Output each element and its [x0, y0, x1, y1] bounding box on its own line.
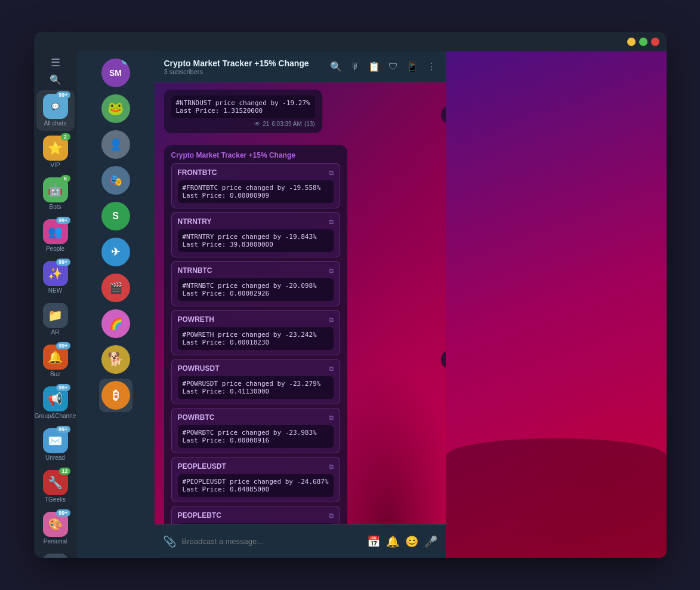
sidebar-item-personal[interactable]: 🎨 99+ Personal [36, 508, 75, 549]
ticker-ntrntry: NTRNTRY ⧉ #NTRNTRY price changed by -19.… [171, 212, 340, 257]
chat-list-item-doge[interactable]: 🐕 [99, 343, 132, 376]
minimize-button[interactable] [627, 38, 636, 46]
mic-icon[interactable]: 🎤 [424, 535, 437, 548]
sidebar-item-ar[interactable]: 📁 AR [36, 299, 75, 340]
ticker-frontbtc: FRONTBTC ⧉ #FRONTBTC price changed by -1… [171, 163, 340, 208]
sidebar-label-group: Group&Channe [35, 413, 76, 420]
all-chats-icon: 💬 [51, 103, 60, 110]
calendar-icon[interactable]: 📅 [367, 535, 380, 548]
sidebar-item-people[interactable]: 👥 99+ People [36, 216, 75, 256]
people-icon: 👥 [48, 225, 63, 239]
chat-header: Crypto Market Tracker +15% Change 3 subs… [155, 51, 446, 82]
voice-icon[interactable]: 🎙 [350, 62, 360, 72]
copy-icon-frontbtc[interactable]: ⧉ [329, 169, 334, 177]
copy-icon-powreth[interactable]: ⧉ [329, 316, 334, 324]
sidebar-label-bots: Bots [49, 204, 61, 211]
shield-icon[interactable]: 🛡 [388, 62, 398, 72]
vip-icon: ⭐ [48, 141, 63, 155]
sidebar-item-ik[interactable]: 📁 IK [36, 550, 75, 558]
layout-icon[interactable]: 📱 [406, 61, 418, 72]
copy-icon-ntrnbtc[interactable]: ⧉ [329, 267, 334, 275]
group-badge: 99+ [56, 384, 70, 391]
chat-list-item-movie[interactable]: 🎬 [99, 271, 132, 305]
message-input[interactable] [182, 537, 361, 546]
ticker-name-ntrnbtc: NTRNBTC [178, 266, 212, 275]
sidebar-item-all-chats[interactable]: 💬 99+ All chats [36, 90, 75, 131]
maximize-button[interactable] [639, 38, 647, 46]
ticker-header-powrusdt: POWRUSDT ⧉ [178, 364, 334, 373]
sidebar-item-vip[interactable]: ⭐ 2 VIP [36, 132, 75, 173]
attach-icon[interactable]: 📎 [163, 535, 176, 548]
chat-list-item-2[interactable]: 🐸 [99, 92, 132, 125]
group-icon: 📢 [48, 392, 63, 406]
bots-badge: 6 [61, 175, 70, 182]
bots-icon: 🤖 [48, 183, 63, 197]
search-icon[interactable]: 🔍 [330, 61, 342, 72]
personal-icon: 🎨 [48, 517, 63, 531]
ticker-name-frontbtc: FRONTBTC [178, 168, 217, 177]
chat-area: Crypto Market Tracker +15% Change 3 subs… [155, 51, 446, 558]
unread-icon: ✉️ [48, 434, 63, 448]
emoji-icon[interactable]: 😊 [405, 535, 418, 548]
time-1: 6:03:39 AM [272, 121, 302, 127]
copy-icon-powrusdt[interactable]: ⧉ [329, 365, 334, 373]
more-icon[interactable]: ⋮ [427, 61, 436, 72]
ticker-body-powrbtc: #POWRBTC price changed by -23.983% Last … [178, 425, 334, 448]
sidebar-item-group-channe[interactable]: 📢 99+ Group&Channe [36, 383, 75, 423]
ticker-body-powreth: #POWRETH price changed by -23.242% Last … [178, 327, 334, 350]
menu-button[interactable]: ☰ [51, 56, 60, 69]
chat-list-item-color[interactable]: 🌈 [99, 307, 132, 340]
ticker-name-ntrntry: NTRNTRY [178, 217, 212, 226]
sidebar-item-bots[interactable]: 🤖 6 Bots [36, 174, 75, 214]
chat-list-item-sm[interactable]: SM 2 [99, 56, 132, 90]
chat-list-item-4[interactable]: 🎭 [99, 164, 132, 197]
clipboard-icon[interactable]: 📋 [368, 61, 380, 72]
messages-area: #NTRNDUST price changed by -19.27% Last … [155, 82, 446, 524]
chat-list-item-btc[interactable]: ₿ [99, 379, 132, 412]
chat-list-item-s[interactable]: S [99, 199, 132, 233]
ticker-peopleusdt: PEOPLEUSDT ⧉ #PEOPLEUSDT price changed b… [171, 457, 340, 502]
sidebar-label-unread: Unread [45, 454, 65, 462]
app-window: ☰ 🔍 💬 99+ All chats ⭐ 2 VIP 🤖 [34, 32, 667, 558]
bell-icon[interactable]: 🔔 [386, 535, 399, 548]
ticker-name-powreth: POWRETH [178, 315, 214, 324]
chat-list-item-tg[interactable]: ✈ [99, 235, 132, 269]
chat-list-panel: SM 2 🐸 👤 🎭 [77, 51, 155, 558]
share-button-1[interactable]: ↪ [441, 105, 446, 124]
buz-icon: 🔔 [48, 350, 63, 364]
ticker-price-peopleusdt: Last Price: 0.04085000 [183, 485, 329, 493]
chat-list-item-3[interactable]: 👤 [99, 128, 132, 161]
chat-subtitle: 3 subscribers [164, 68, 323, 75]
partial-line2: Last Price: 1.31520000 [176, 107, 310, 115]
tgeeks-badge: 12 [59, 468, 70, 475]
ticker-change-ntrnbtc: #NTRNBTC price changed by -20.098% [183, 282, 329, 290]
ticker-header-ntrntry: NTRNTRY ⧉ [178, 217, 334, 226]
ticker-header-frontbtc: FRONTBTC ⧉ [178, 168, 334, 177]
copy-icon-peopleusdt[interactable]: ⧉ [329, 463, 334, 471]
ticker-body-ntrntry: #NTRNTRY price changed by -19.843% Last … [178, 229, 334, 252]
title-bar-controls [627, 38, 659, 46]
copy-icon-powrbtc[interactable]: ⧉ [329, 414, 334, 422]
copy-icon-peoplebtc[interactable]: ⧉ [329, 512, 334, 520]
share-button-2[interactable]: ↪ [441, 350, 446, 369]
ticker-name-powrbtc: POWRBTC [178, 413, 215, 422]
copy-icon-ntrntry[interactable]: ⧉ [329, 218, 334, 226]
sidebar-item-tgeeks[interactable]: 🔧 12 TGeeks [36, 466, 75, 507]
ticker-price-ntrntry: Last Price: 39.83000000 [183, 241, 329, 248]
personal-badge: 99+ [56, 509, 70, 517]
ticker-header-powrbtc: POWRBTC ⧉ [178, 413, 334, 422]
sidebar-item-unread[interactable]: ✉️ 99+ Unread [36, 425, 75, 465]
ticker-change-peopleusdt: #PEOPLEUSDT price changed by -24.687% [183, 478, 329, 485]
ticker-price-ntrnbtc: Last Price: 0.00002926 [183, 290, 329, 297]
ticker-powreth: POWRETH ⧉ #POWRETH price changed by -23.… [171, 310, 340, 355]
people-badge: 99+ [56, 217, 70, 224]
ticker-price-powrusdt: Last Price: 0.41130000 [183, 388, 329, 395]
close-button[interactable] [651, 38, 659, 46]
sidebar-item-buz[interactable]: 🔔 99+ Buz [36, 341, 75, 382]
sidebar-item-new[interactable]: ✨ 99+ NEW [36, 257, 75, 298]
views-count-1: 21 [263, 121, 269, 127]
search-button[interactable]: 🔍 [50, 74, 61, 85]
unread-badge: 99+ [56, 426, 70, 433]
main-layout: ☰ 🔍 💬 99+ All chats ⭐ 2 VIP 🤖 [34, 51, 667, 558]
ticker-body-frontbtc: #FRONTBTC price changed by -19.558% Last… [178, 180, 334, 203]
